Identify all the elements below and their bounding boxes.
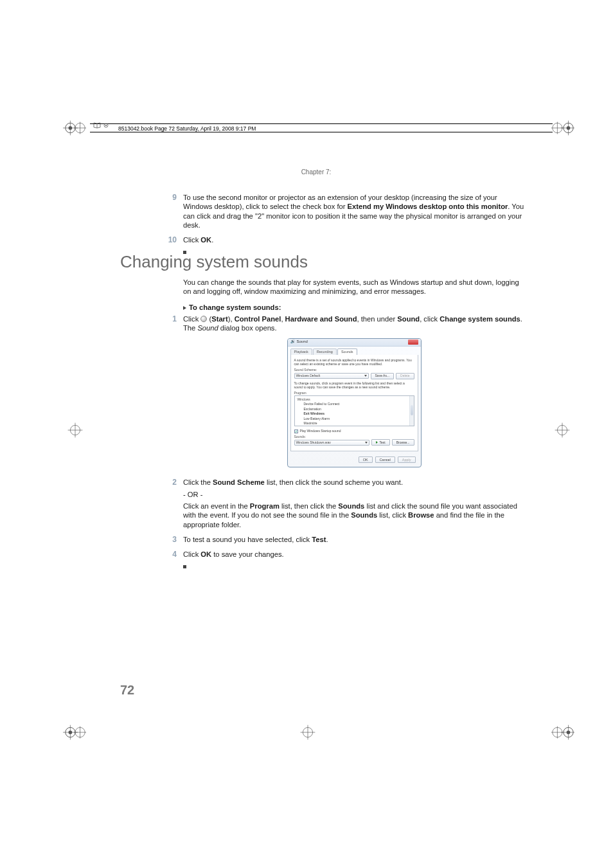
tab-playback[interactable]: Playback <box>290 348 312 355</box>
svg-point-18 <box>75 727 85 737</box>
section-body: You can change the sounds that play for … <box>183 278 525 574</box>
list-item[interactable]: Windows <box>295 397 414 401</box>
svg-point-7 <box>553 123 562 132</box>
text: , click <box>420 315 440 323</box>
save-as-button[interactable]: Save As... <box>371 373 395 379</box>
text: Click an event in the <box>183 502 250 510</box>
step-9: 9 To use the second monitor or projector… <box>183 193 525 231</box>
text: To test a sound you have selected, click <box>183 536 312 543</box>
text: list, then click the sound scheme you wa… <box>265 478 403 486</box>
title-text: Sound <box>297 339 308 345</box>
test-label: Test <box>379 440 385 444</box>
text: to save your changes. <box>211 550 284 558</box>
step-number: 1 <box>166 314 183 474</box>
italic-text: Sound <box>197 324 218 332</box>
scheme-select[interactable]: Windows Default <box>294 373 369 379</box>
bold-text: Hardware and Sound <box>285 315 357 323</box>
end-of-task-marker <box>183 565 186 568</box>
svg-point-21 <box>553 727 562 737</box>
list-item[interactable]: Exit Windows <box>295 411 414 416</box>
play-startup-checkbox[interactable]: Play Windows Startup sound <box>294 429 414 433</box>
crop-mark-bottom-left <box>63 720 87 745</box>
subtask-label: To change system sounds: <box>189 303 281 311</box>
svg-point-15 <box>69 730 73 734</box>
svg-point-1 <box>69 126 73 130</box>
step-body: Click OK to save your changes. <box>183 550 525 570</box>
bold-text: Program <box>250 502 280 510</box>
crop-mark-top-right <box>550 116 574 140</box>
bold-text: Start <box>211 315 228 323</box>
sounds-select[interactable]: Windows Shutdown.wav <box>294 440 370 446</box>
bold-text: Sounds <box>351 511 377 519</box>
text: ), <box>228 315 235 323</box>
bold-text: Test <box>312 536 326 543</box>
intro-text: You can change the sounds that play for … <box>183 278 525 296</box>
step-body: To use the second monitor or projector a… <box>183 193 525 231</box>
program-events-list[interactable]: Windows Device Failed to Connect Exclama… <box>294 395 414 426</box>
bold-text: Change system sounds <box>440 315 520 323</box>
step-4: 4 Click OK to save your changes. <box>183 550 525 570</box>
step-number: 2 <box>166 478 183 531</box>
header-gear-icon <box>103 122 109 129</box>
dialog-titlebar: 🔊 Sound <box>288 339 421 347</box>
svg-point-0 <box>66 123 75 132</box>
play-icon <box>376 441 378 444</box>
list-item[interactable]: Low Battery Alarm <box>295 416 414 420</box>
scrollbar-thumb[interactable] <box>411 405 413 415</box>
text: . <box>326 536 328 543</box>
step-1: 1 Click (Start), Control Panel, Hardware… <box>183 314 525 474</box>
scheme-value: Windows Default <box>296 374 321 377</box>
scheme-description: A sound theme is a set of sounds applied… <box>294 358 414 366</box>
text: Click the <box>183 478 213 486</box>
svg-point-4 <box>75 123 85 132</box>
close-icon[interactable] <box>408 339 418 345</box>
text: . <box>211 236 213 244</box>
list-item[interactable]: Exclamation <box>295 406 414 411</box>
step-body: To test a sound you have selected, click… <box>183 535 525 546</box>
chevron-down-icon <box>365 442 368 444</box>
apply-button[interactable]: Apply <box>398 457 416 463</box>
browse-button[interactable]: Browse... <box>392 439 414 446</box>
test-button[interactable]: Test <box>371 439 389 446</box>
sounds-label: Sounds: <box>294 435 414 439</box>
text: Click <box>183 236 200 244</box>
section-heading: Changing system sounds <box>120 252 308 272</box>
checkbox-icon <box>294 429 298 433</box>
bold-text: Browse <box>408 511 434 519</box>
svg-point-28 <box>70 425 80 435</box>
scheme-label: Sound Scheme: <box>294 368 414 372</box>
chevron-down-icon <box>364 375 367 377</box>
step-2: 2 Click the Sound Scheme list, then clic… <box>183 478 525 531</box>
svg-point-11 <box>567 126 571 130</box>
sounds-value: Windows Shutdown.wav <box>296 440 331 444</box>
step-3: 3 To test a sound you have selected, cli… <box>183 535 525 546</box>
dialog-tabs: Playback Recording Sounds <box>288 347 421 355</box>
svg-point-24 <box>564 727 573 737</box>
triangle-icon <box>183 306 186 310</box>
list-item[interactable]: Device Failed to Connect <box>295 402 414 406</box>
tab-recording[interactable]: Recording <box>313 348 337 355</box>
list-item[interactable]: Menu command <box>295 426 414 427</box>
step-number: 4 <box>166 550 183 570</box>
sound-dialog-figure: 🔊 Sound Playback Recording Sounds A soun… <box>287 338 422 468</box>
crop-mark-left-center <box>63 418 87 442</box>
step-body: Click the Sound Scheme list, then click … <box>183 478 525 531</box>
ok-button[interactable]: OK <box>359 457 373 463</box>
tab-sounds[interactable]: Sounds <box>337 348 357 355</box>
delete-button[interactable]: Delete <box>396 373 414 379</box>
checkbox-label: Play Windows Startup sound <box>300 429 341 433</box>
bold-text: Sound Scheme <box>213 478 265 486</box>
dialog-title: 🔊 Sound <box>290 339 308 345</box>
crop-mark-top-left <box>63 116 87 140</box>
bold-text: Extend my Windows desktop onto this moni… <box>348 203 508 210</box>
bold-text: Sounds <box>338 502 364 510</box>
list-item[interactable]: Maximize <box>295 420 414 425</box>
svg-point-25 <box>567 730 571 734</box>
crop-mark-right-center <box>550 418 574 442</box>
svg-point-34 <box>303 727 312 737</box>
dialog-body: A sound theme is a set of sounds applied… <box>290 355 418 452</box>
cancel-button[interactable]: Cancel <box>375 457 395 463</box>
crop-mark-bottom-right <box>550 720 574 745</box>
scrollbar[interactable] <box>409 396 414 426</box>
text: , then under <box>357 315 398 323</box>
